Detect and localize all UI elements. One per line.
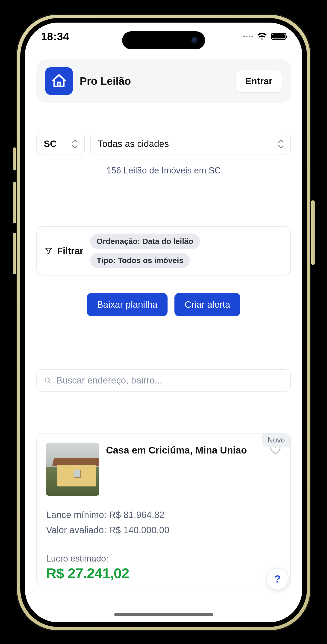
login-button[interactable]: Entrar	[235, 70, 282, 93]
chevron-updown-icon	[278, 140, 283, 148]
phone-screen: 18:34 Pro Leilão	[25, 22, 302, 622]
cellular-dots-icon	[243, 36, 253, 37]
svg-line-1	[49, 382, 51, 383]
phone-bezel: 18:34 Pro Leilão	[20, 18, 307, 627]
app-title: Pro Leilão	[80, 75, 131, 87]
status-time: 18:34	[41, 30, 69, 42]
phone-silent-switch	[13, 148, 16, 170]
create-alert-button[interactable]: Criar alerta	[174, 293, 240, 316]
chevron-updown-icon	[72, 140, 77, 148]
appraised-value: R$ 140.000,00	[109, 525, 169, 535]
min-bid-value: R$ 81.964,82	[109, 510, 164, 520]
filter-label: Filtrar	[57, 246, 83, 256]
state-select[interactable]: SC	[37, 133, 85, 155]
results-count: 156 Leilão de Imóveis em SC	[37, 166, 291, 176]
listing-thumbnail	[46, 443, 99, 496]
city-select-value: Todas as cidades	[98, 139, 169, 149]
home-indicator[interactable]	[114, 613, 213, 616]
search-field[interactable]	[37, 369, 291, 392]
app-logo-icon	[45, 67, 73, 95]
phone-volume-up	[13, 182, 16, 224]
filter-card[interactable]: Filtrar Ordenação: Data do leilão Tipo: …	[37, 226, 291, 276]
listing-card[interactable]: Novo Casa em Criciúma, Mina Uniao Lance …	[37, 433, 291, 586]
type-chip[interactable]: Tipo: Todos os imóveis	[90, 253, 190, 268]
profit-value: R$ 27.241,02	[46, 565, 281, 581]
state-select-value: SC	[44, 139, 57, 149]
filter-icon	[45, 247, 53, 255]
sort-chip[interactable]: Ordenação: Data do leilão	[90, 234, 200, 249]
phone-power-button	[311, 200, 315, 265]
phone-volume-down	[13, 233, 16, 274]
dynamic-island	[122, 31, 205, 49]
search-input[interactable]	[56, 375, 283, 386]
phone-frame: 18:34 Pro Leilão	[16, 14, 311, 631]
battery-icon	[271, 33, 286, 40]
appraised-label: Valor avaliado:	[46, 525, 107, 535]
profit-label: Lucro estimado:	[46, 554, 281, 564]
download-spreadsheet-button[interactable]: Baixar planilha	[87, 293, 168, 316]
min-bid-label: Lance mínimo:	[46, 510, 107, 520]
city-select[interactable]: Todas as cidades	[90, 133, 291, 155]
new-badge: Novo	[262, 434, 290, 446]
app-header: Pro Leilão Entrar	[37, 60, 291, 103]
front-camera-icon	[191, 37, 198, 44]
listing-title: Casa em Criciúma, Mina Uniao	[106, 443, 263, 457]
search-icon	[44, 376, 52, 384]
wifi-icon	[257, 33, 267, 40]
help-fab-button[interactable]: ?	[266, 568, 288, 590]
